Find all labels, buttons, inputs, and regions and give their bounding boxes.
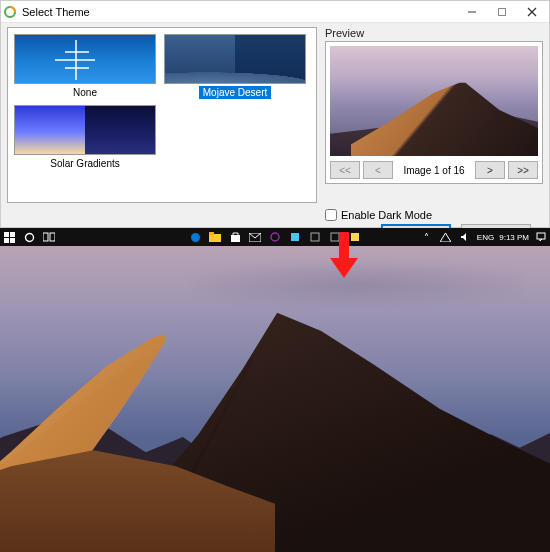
titlebar[interactable]: Select Theme — [1, 1, 549, 23]
theme-label: Mojave Desert — [199, 86, 271, 99]
theme-thumbnail — [14, 105, 156, 155]
last-image-button[interactable]: >> — [508, 161, 538, 179]
network-icon[interactable] — [439, 230, 453, 244]
svg-rect-13 — [209, 234, 221, 242]
svg-rect-15 — [231, 235, 240, 242]
theme-option-none[interactable]: None — [14, 34, 156, 99]
theme-thumbnail — [164, 34, 306, 84]
svg-rect-5 — [4, 232, 9, 237]
explorer-icon[interactable] — [208, 230, 222, 244]
tray-chevron-icon[interactable]: ˄ — [420, 230, 434, 244]
svg-rect-6 — [10, 232, 15, 237]
svg-rect-18 — [291, 233, 299, 241]
svg-rect-8 — [10, 238, 15, 243]
preview-image — [330, 46, 538, 156]
volume-icon[interactable] — [458, 230, 472, 244]
edge-icon[interactable] — [188, 230, 202, 244]
mail-icon[interactable] — [248, 230, 262, 244]
cortana-icon[interactable] — [22, 230, 36, 244]
arrow-annotation-icon — [330, 232, 358, 282]
task-view-icon[interactable] — [42, 230, 56, 244]
theme-label: None — [69, 86, 101, 99]
close-button[interactable] — [517, 2, 547, 22]
theme-option-mojave-desert[interactable]: Mojave Desert — [164, 34, 306, 99]
image-counter: Image 1 of 16 — [396, 165, 472, 176]
dialog-title: Select Theme — [22, 6, 457, 18]
svg-rect-11 — [50, 233, 55, 241]
svg-rect-10 — [43, 233, 48, 241]
svg-rect-7 — [4, 238, 9, 243]
app-icon-2[interactable] — [288, 230, 302, 244]
svg-rect-19 — [311, 233, 319, 241]
store-icon[interactable] — [228, 230, 242, 244]
theme-label: Solar Gradients — [46, 157, 123, 170]
svg-rect-2 — [499, 8, 506, 15]
language-indicator[interactable]: ENG — [477, 233, 494, 242]
clock[interactable]: 9:13 PM — [499, 233, 529, 242]
svg-point-9 — [25, 233, 33, 241]
app-icon-1[interactable] — [268, 230, 282, 244]
action-center-icon[interactable] — [534, 230, 548, 244]
app-icon — [3, 5, 17, 19]
theme-thumbnail — [14, 34, 156, 84]
minimize-button[interactable] — [457, 2, 487, 22]
enable-dark-mode-label: Enable Dark Mode — [341, 209, 432, 221]
enable-dark-mode-checkbox[interactable] — [325, 209, 337, 221]
theme-list: None Mojave Desert Solar Gradients — [7, 27, 317, 203]
svg-rect-14 — [209, 232, 214, 235]
preview-panel: Preview << < Image 1 of 16 > >> — [325, 27, 543, 199]
theme-option-solar-gradients[interactable]: Solar Gradients — [14, 105, 156, 170]
first-image-button[interactable]: << — [330, 161, 360, 179]
maximize-button[interactable] — [487, 2, 517, 22]
preview-frame: << < Image 1 of 16 > >> — [325, 41, 543, 184]
next-image-button[interactable]: > — [475, 161, 505, 179]
start-button-icon[interactable] — [2, 230, 16, 244]
preview-heading: Preview — [325, 27, 543, 39]
svg-point-17 — [271, 233, 279, 241]
svg-rect-22 — [537, 233, 545, 239]
prev-image-button[interactable]: < — [363, 161, 393, 179]
select-theme-dialog: Select Theme None Mojave Desert Solar Gr… — [0, 0, 550, 228]
app-icon-3[interactable] — [308, 230, 322, 244]
desktop-wallpaper — [0, 246, 550, 552]
taskbar[interactable]: ˄ ENG 9:13 PM — [0, 228, 550, 246]
svg-point-12 — [191, 233, 200, 242]
